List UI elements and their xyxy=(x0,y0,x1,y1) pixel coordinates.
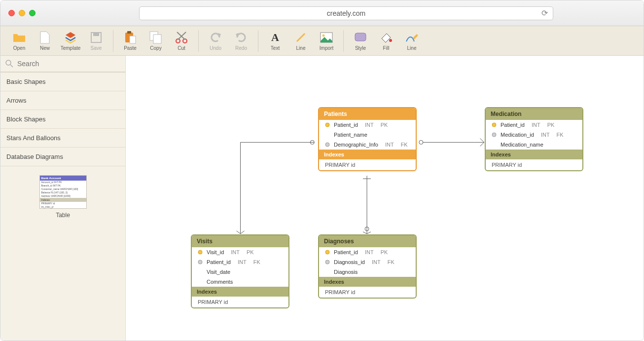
maximize-window-button[interactable] xyxy=(29,10,36,16)
field-row: Demographic_Info INT FK xyxy=(319,140,416,150)
svg-point-16 xyxy=(6,60,11,65)
svg-line-10 xyxy=(178,32,186,39)
work-area: Basic Shapes Arrows Block Shapes Stars A… xyxy=(0,56,644,341)
table-shape-thumbnail[interactable]: Bank Account Account_id INT PK Branch_id… xyxy=(39,175,87,209)
cut-icon xyxy=(175,31,188,44)
index-row: PRIMARY id xyxy=(319,287,416,298)
index-row: PRIMARY id xyxy=(319,159,416,170)
index-row: PRIMARY id xyxy=(486,159,582,170)
entity-medication[interactable]: Medication Patient_id INT PK Medication_… xyxy=(485,107,583,171)
svg-rect-14 xyxy=(355,33,366,41)
redo-icon xyxy=(235,31,248,44)
url-text: creately.com xyxy=(327,9,365,17)
indexes-header: Indexes xyxy=(319,277,416,287)
file-icon xyxy=(38,31,51,44)
entity-visits[interactable]: Visits Visit_id INT PK Patient_id INT FK… xyxy=(191,234,289,308)
category-block-shapes[interactable]: Block Shapes xyxy=(0,110,125,129)
undo-icon xyxy=(209,31,222,44)
copy-icon xyxy=(149,31,162,44)
field-row: Visit_date xyxy=(192,267,288,277)
fill-icon xyxy=(380,31,393,44)
separator xyxy=(198,30,199,52)
field-row: Patient_id INT PK xyxy=(319,247,416,257)
field-row: Comments xyxy=(192,277,288,287)
template-icon xyxy=(64,31,77,44)
primary-key-icon xyxy=(198,250,203,255)
svg-rect-6 xyxy=(153,35,161,43)
field-row: Patient_id INT PK xyxy=(319,120,416,130)
svg-line-31 xyxy=(367,232,371,234)
field-row: Medication_name xyxy=(486,140,582,150)
search-icon xyxy=(5,60,13,68)
svg-point-32 xyxy=(325,123,329,127)
svg-line-9 xyxy=(177,32,185,39)
primary-key-icon xyxy=(325,122,330,127)
open-button[interactable]: Open xyxy=(7,28,31,54)
save-button[interactable]: Save xyxy=(84,28,108,54)
template-button[interactable]: Template xyxy=(59,28,82,54)
svg-point-7 xyxy=(176,39,180,43)
paste-button[interactable]: Paste xyxy=(118,28,142,54)
svg-point-29 xyxy=(365,227,369,231)
toolbar: Open New Template Save Paste Copy Cut xyxy=(0,26,644,56)
line-style-button[interactable]: Line xyxy=(400,28,424,54)
category-arrows[interactable]: Arrows xyxy=(0,91,125,110)
search-input[interactable] xyxy=(17,60,120,68)
entity-title: Visits xyxy=(192,235,288,247)
separator xyxy=(343,30,344,52)
category-basic-shapes[interactable]: Basic Shapes xyxy=(0,73,125,91)
svg-point-8 xyxy=(183,39,187,43)
foreign-key-icon xyxy=(325,142,330,147)
entity-title: Diagnoses xyxy=(319,235,416,247)
pencil-line-icon xyxy=(405,31,418,44)
thumbnail-label: Table xyxy=(56,212,70,219)
field-row: Patient_name xyxy=(319,130,416,140)
entity-title: Medication xyxy=(486,108,582,120)
undo-button[interactable]: Undo xyxy=(204,28,227,54)
cut-button[interactable]: Cut xyxy=(170,28,193,54)
svg-point-39 xyxy=(325,260,329,264)
category-database-diagrams[interactable]: Database Diagrams xyxy=(0,148,125,166)
line-tool-button[interactable]: Line xyxy=(289,28,313,54)
new-button[interactable]: New xyxy=(33,28,57,54)
redo-button[interactable]: Redo xyxy=(229,28,253,54)
indexes-header: Indexes xyxy=(192,287,288,297)
svg-point-38 xyxy=(325,250,329,254)
svg-line-25 xyxy=(480,138,484,142)
svg-point-35 xyxy=(492,133,496,137)
svg-point-23 xyxy=(419,140,423,144)
svg-line-30 xyxy=(363,232,367,234)
svg-rect-4 xyxy=(130,36,136,43)
url-bar[interactable]: creately.com ⟳ xyxy=(139,6,553,20)
field-row: Diagnosis xyxy=(319,267,416,277)
svg-line-17 xyxy=(10,65,13,67)
search-box[interactable] xyxy=(0,56,125,73)
fill-button[interactable]: Fill xyxy=(374,28,398,54)
canvas[interactable]: Patients Patient_id INT PK Patient_name … xyxy=(126,56,644,341)
primary-key-icon xyxy=(325,250,330,255)
indexes-header: Indexes xyxy=(486,150,582,159)
category-stars-balloons[interactable]: Stars And Balloons xyxy=(0,129,125,148)
copy-button[interactable]: Copy xyxy=(144,28,168,54)
close-window-button[interactable] xyxy=(8,10,15,16)
svg-line-26 xyxy=(480,142,484,146)
svg-line-21 xyxy=(237,231,241,234)
index-row: PRIMARY id xyxy=(192,297,288,307)
style-icon xyxy=(354,31,367,44)
entity-diagnoses[interactable]: Diagnoses Patient_id INT PK Diagnosis_id… xyxy=(318,234,417,299)
primary-key-icon xyxy=(492,122,497,127)
field-row: Patient_id INT PK xyxy=(486,120,582,130)
svg-rect-1 xyxy=(93,33,99,36)
entity-patients[interactable]: Patients Patient_id INT PK Patient_name … xyxy=(318,107,417,171)
minimize-window-button[interactable] xyxy=(19,10,25,16)
svg-point-18 xyxy=(310,140,314,144)
reload-icon[interactable]: ⟳ xyxy=(541,8,548,18)
folder-icon xyxy=(13,31,26,44)
foreign-key-icon xyxy=(325,260,330,265)
svg-point-13 xyxy=(322,34,325,37)
text-tool-button[interactable]: A Text xyxy=(263,28,287,54)
style-button[interactable]: Style xyxy=(349,28,372,54)
import-button[interactable]: Import xyxy=(315,28,338,54)
svg-rect-3 xyxy=(127,31,131,34)
image-icon xyxy=(320,31,333,44)
